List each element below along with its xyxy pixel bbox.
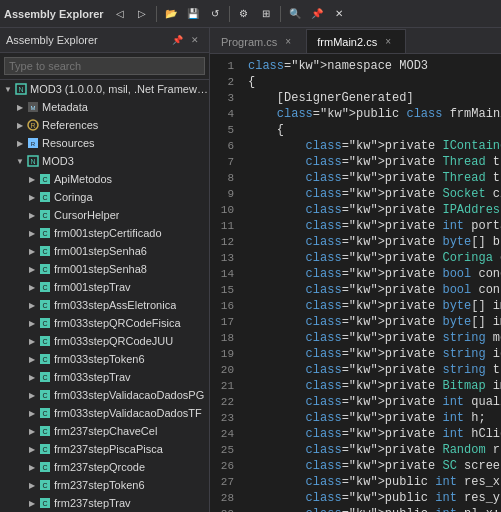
code-line: 28 class="kw">public int res_y; [210, 490, 501, 506]
tree-item-apimetodos[interactable]: ▶CApiMetodos [0, 170, 209, 188]
line-content[interactable]: class="kw">private byte[] imgByte; [240, 314, 501, 330]
line-content[interactable]: class="kw">private Socket clienteSocket; [240, 186, 501, 202]
tree-expand-frm033steptoken6[interactable]: ▶ [26, 353, 38, 365]
tree-expand-frm237stepqrcode[interactable]: ▶ [26, 461, 38, 473]
tree-item-frm033stepqrcodefisica[interactable]: ▶Cfrm033stepQRCodeFisica [0, 314, 209, 332]
sidebar-close-btn[interactable]: ✕ [187, 32, 203, 48]
tree-item-frm237steppiscapisca[interactable]: ▶Cfrm237stepPiscaPisca [0, 440, 209, 458]
tree-expand-frm001stepsenha6[interactable]: ▶ [26, 245, 38, 257]
line-content[interactable]: class="kw">private string travamento; [240, 362, 501, 378]
tree-item-frm001steptrav[interactable]: ▶Cfrm001stepTrav [0, 278, 209, 296]
tab-close-program[interactable]: × [281, 35, 295, 49]
tree-icon-metadata: M [26, 100, 40, 114]
tree-item-frm237stepchavecel[interactable]: ▶Cfrm237stepChaveCel [0, 422, 209, 440]
tree-expand-frm237steptoken6[interactable]: ▶ [26, 479, 38, 491]
line-content[interactable]: class="kw">private bool conectado; [240, 266, 501, 282]
tree-expand-frm237stepchavecel[interactable]: ▶ [26, 425, 38, 437]
tree-item-metadata[interactable]: ▶MMetadata [0, 98, 209, 116]
line-content[interactable]: class="kw">public int res_x; [240, 474, 501, 490]
tree-expand-frm033stepvalidacaodadostf[interactable]: ▶ [26, 407, 38, 419]
code-editor[interactable]: 1class="kw">namespace MOD32{3 [DesignerG… [210, 54, 501, 512]
line-content[interactable]: class="kw">private int h; [240, 410, 501, 426]
tree-view: ▼NMOD3 (1.0.0.0, msil, .Net Framework v4… [0, 80, 209, 512]
line-content[interactable]: class="kw">private Thread thPrincipal; [240, 170, 501, 186]
line-content[interactable]: class="kw">private Thread thPrincipalPri… [240, 154, 501, 170]
line-content[interactable]: class="kw">private Bitmap imgTemp; [240, 378, 501, 394]
line-content[interactable]: class="kw">private byte[] bufferPacote; [240, 234, 501, 250]
line-content[interactable]: class="kw">private byte[] imgbyteOld; [240, 298, 501, 314]
toolbar-btn-9[interactable]: 📌 [307, 4, 327, 24]
line-content[interactable]: class="kw">private string idVitima; [240, 346, 501, 362]
line-content[interactable]: class="kw">private int qualidadePrint; [240, 394, 501, 410]
line-content[interactable]: class="kw">private SC screen; [240, 458, 501, 474]
tree-item-cursorhelper[interactable]: ▶CCursorHelper [0, 206, 209, 224]
tree-expand-mod3-root[interactable]: ▼ [2, 83, 14, 95]
tree-expand-metadata[interactable]: ▶ [14, 101, 26, 113]
line-content[interactable]: class="kw">public class frmMain2 : Form [240, 106, 501, 122]
toolbar-btn-3[interactable]: 📂 [161, 4, 181, 24]
line-content[interactable]: class="kw">private bool controlaStopRDP; [240, 282, 501, 298]
tree-item-frm033steptrav[interactable]: ▶Cfrm033stepTrav [0, 368, 209, 386]
line-content[interactable]: class="kw">private string modoPrint; [240, 330, 501, 346]
tree-expand-frm033steptrav[interactable]: ▶ [26, 371, 38, 383]
toolbar-btn-7[interactable]: ⊞ [256, 4, 276, 24]
tree-expand-frm237steptrav[interactable]: ▶ [26, 497, 38, 509]
tree-expand-frm033stepasseltronica[interactable]: ▶ [26, 299, 38, 311]
tree-item-frm033stepvalidacaodadospg[interactable]: ▶Cfrm033stepValidacaoDadosPG [0, 386, 209, 404]
tree-expand-frm001stepsenha8[interactable]: ▶ [26, 263, 38, 275]
sidebar-pin-btn[interactable]: 📌 [169, 32, 185, 48]
tree-item-frm001stepcertificado[interactable]: ▶Cfrm001stepCertificado [0, 224, 209, 242]
toolbar-btn-4[interactable]: 💾 [183, 4, 203, 24]
toolbar-btn-2[interactable]: ▷ [132, 4, 152, 24]
tree-expand-frm001stepcertificado[interactable]: ▶ [26, 227, 38, 239]
toolbar-btn-10[interactable]: ✕ [329, 4, 349, 24]
search-input[interactable] [4, 57, 205, 75]
tree-expand-frm033stepvalidacaodadospg[interactable]: ▶ [26, 389, 38, 401]
tree-expand-cursorhelper[interactable]: ▶ [26, 209, 38, 221]
toolbar-btn-1[interactable]: ◁ [110, 4, 130, 24]
line-content[interactable]: class="kw">private Coringa coringa; [240, 250, 501, 266]
tree-expand-coringa[interactable]: ▶ [26, 191, 38, 203]
line-content[interactable]: class="kw">namespace MOD3 [240, 58, 501, 74]
tab-program[interactable]: Program.cs× [210, 29, 306, 53]
tree-item-resources[interactable]: ▶RResources [0, 134, 209, 152]
tab-frmmain2[interactable]: frmMain2.cs× [306, 29, 406, 53]
tree-expand-frm001steptrav[interactable]: ▶ [26, 281, 38, 293]
tree-item-coringa[interactable]: ▶CCoringa [0, 188, 209, 206]
tree-item-frm001stepsenha6[interactable]: ▶Cfrm001stepSenha6 [0, 242, 209, 260]
tree-item-frm033stepvalidacaodadostf[interactable]: ▶Cfrm033stepValidacaoDadosTF [0, 404, 209, 422]
tree-item-frm033steptoken6[interactable]: ▶Cfrm033stepToken6 [0, 350, 209, 368]
code-line: 10 class="kw">private IPAddress ip; [210, 202, 501, 218]
tree-expand-frm033stepqrcodejuu[interactable]: ▶ [26, 335, 38, 347]
tree-expand-references[interactable]: ▶ [14, 119, 26, 131]
line-content[interactable]: class="kw">private Random rnd; [240, 442, 501, 458]
tree-item-mod3-ns[interactable]: ▼NMOD3 [0, 152, 209, 170]
tree-expand-mod3-ns[interactable]: ▼ [14, 155, 26, 167]
tree-item-mod3-root[interactable]: ▼NMOD3 (1.0.0.0, msil, .Net Framework v4… [0, 80, 209, 98]
tree-expand-resources[interactable]: ▶ [14, 137, 26, 149]
tree-item-frm237steptrav[interactable]: ▶Cfrm237stepTrav [0, 494, 209, 512]
line-content[interactable]: { [240, 74, 501, 90]
tab-close-frmmain2[interactable]: × [381, 35, 395, 49]
line-content[interactable]: class="kw">public int pl_x; [240, 506, 501, 512]
line-content[interactable]: class="kw">public int res_y; [240, 490, 501, 506]
tree-item-references[interactable]: ▶RReferences [0, 116, 209, 134]
toolbar-btn-6[interactable]: ⚙ [234, 4, 254, 24]
tree-item-frm033stepqrcodejuu[interactable]: ▶Cfrm033stepQRCodeJUU [0, 332, 209, 350]
line-content[interactable]: { [240, 122, 501, 138]
tree-item-frm237steptoken6[interactable]: ▶Cfrm237stepToken6 [0, 476, 209, 494]
svg-text:C: C [42, 464, 47, 471]
tree-expand-frm237steppiscapisca[interactable]: ▶ [26, 443, 38, 455]
tree-expand-frm033stepqrcodefisica[interactable]: ▶ [26, 317, 38, 329]
toolbar-btn-8[interactable]: 🔍 [285, 4, 305, 24]
line-content[interactable]: class="kw">private IPAddress ip; [240, 202, 501, 218]
tree-item-frm001stepsenha8[interactable]: ▶Cfrm001stepSenha8 [0, 260, 209, 278]
line-content[interactable]: [DesignerGenerated] [240, 90, 501, 106]
tree-item-frm237stepqrcode[interactable]: ▶Cfrm237stepQrcode [0, 458, 209, 476]
line-content[interactable]: class="kw">private IContainer components… [240, 138, 501, 154]
tree-item-frm033stepasseltronica[interactable]: ▶Cfrm033stepAssEletronica [0, 296, 209, 314]
tree-expand-apimetodos[interactable]: ▶ [26, 173, 38, 185]
line-content[interactable]: class="kw">private int hCliqueGeral; [240, 426, 501, 442]
line-content[interactable]: class="kw">private int porta; [240, 218, 501, 234]
toolbar-btn-5[interactable]: ↺ [205, 4, 225, 24]
